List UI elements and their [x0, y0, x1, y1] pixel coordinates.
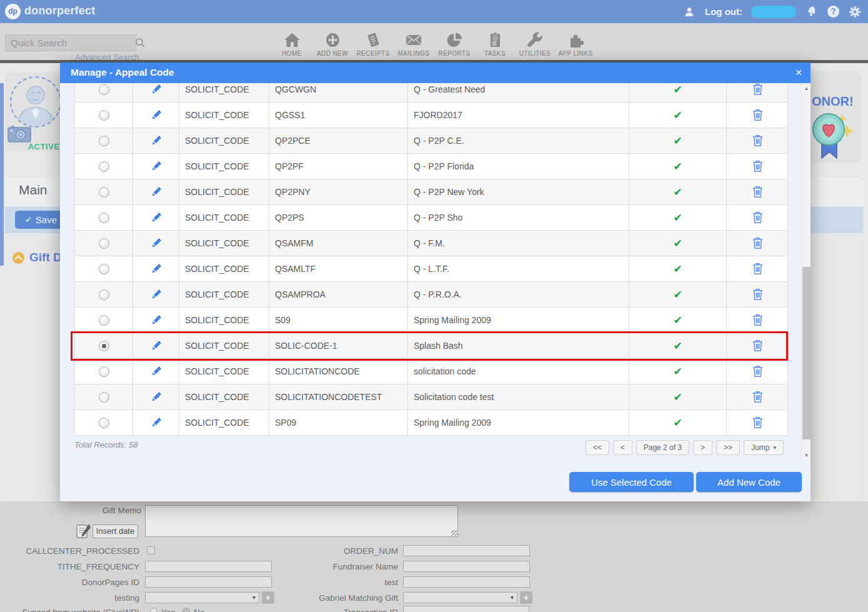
row-radio[interactable] — [99, 238, 109, 249]
search-icon[interactable] — [135, 38, 150, 48]
edit-pencil-icon[interactable] — [151, 135, 162, 146]
delete-trash-icon[interactable] — [752, 160, 764, 173]
scroll-up-icon[interactable]: ▲ — [802, 86, 811, 91]
collapse-section-icon[interactable] — [12, 252, 24, 264]
description-cell: Q - P2P New York — [408, 179, 629, 204]
gabriel-matching-gift-select[interactable]: ▾ — [403, 592, 517, 603]
delete-trash-icon[interactable] — [752, 391, 764, 403]
donorpages-id-input[interactable] — [145, 576, 272, 588]
test-input[interactable] — [403, 576, 530, 588]
radio-cell — [75, 384, 133, 409]
delete-trash-icon[interactable] — [752, 109, 764, 121]
row-radio[interactable] — [99, 187, 109, 198]
nav-home[interactable]: HOME — [271, 32, 312, 57]
row-radio[interactable] — [99, 418, 109, 428]
insert-date-button[interactable]: Insert date — [92, 524, 138, 538]
row-radio[interactable] — [99, 84, 109, 95]
quick-search-input[interactable] — [6, 38, 135, 48]
avatar[interactable] — [10, 76, 61, 128]
row-radio[interactable] — [99, 315, 109, 326]
edit-pencil-icon[interactable] — [151, 340, 162, 351]
testing-select[interactable]: ▾ — [145, 592, 259, 603]
edit-pencil-icon[interactable] — [151, 366, 162, 377]
close-icon[interactable]: ✕ — [795, 68, 802, 78]
help-icon[interactable]: ? — [827, 6, 839, 18]
row-radio[interactable] — [99, 289, 109, 300]
logged-in-user-pill[interactable] — [751, 6, 796, 18]
edit-pencil-icon[interactable] — [151, 391, 162, 403]
jump-dropdown[interactable]: Jump ▾ — [744, 440, 784, 455]
prev-page-button[interactable]: < — [613, 440, 632, 455]
callcenter-processed-checkbox[interactable] — [147, 546, 155, 554]
delete-trash-icon[interactable] — [752, 288, 764, 301]
delete-trash-icon[interactable] — [752, 186, 764, 198]
radio-cell — [75, 154, 133, 179]
delete-trash-icon[interactable] — [752, 365, 764, 378]
fundraiser-name-input[interactable] — [403, 561, 530, 572]
use-selected-code-button[interactable]: Use Selected Code — [569, 472, 694, 492]
delete-trash-icon[interactable] — [752, 237, 764, 249]
edit-pencil-icon[interactable] — [151, 238, 162, 249]
delete-trash-icon[interactable] — [752, 339, 764, 352]
nav-receipts[interactable]: RECEIPTS — [352, 32, 394, 57]
last-page-button[interactable]: >> — [716, 440, 740, 455]
edit-pencil-icon[interactable] — [151, 212, 162, 223]
row-radio[interactable] — [99, 136, 109, 146]
synced-no-radio[interactable] — [182, 608, 190, 612]
edit-pencil-icon[interactable] — [151, 161, 162, 172]
scroll-down-icon[interactable]: ▼ — [802, 453, 811, 458]
nav-utilities[interactable]: UTILITIES — [514, 32, 556, 57]
transaction-id-input[interactable] — [403, 606, 529, 612]
settings-gear-icon[interactable] — [848, 5, 862, 19]
row-radio[interactable] — [99, 264, 109, 274]
delete-trash-icon[interactable] — [752, 416, 764, 429]
delete-trash-icon[interactable] — [752, 211, 764, 224]
quick-search-box[interactable] — [5, 34, 136, 51]
delete-trash-icon[interactable] — [752, 314, 764, 326]
order-num-input[interactable] — [403, 545, 530, 556]
gift-memo-textarea[interactable] — [145, 505, 458, 537]
logout-label[interactable]: Log out: — [705, 6, 742, 17]
add-new-code-button[interactable]: Add New Code — [696, 472, 802, 492]
notifications-bell-icon[interactable] — [805, 5, 819, 19]
synced-yes-radio[interactable] — [150, 608, 157, 612]
edit-pencil-icon[interactable] — [151, 84, 162, 95]
scrollbar-thumb[interactable] — [802, 267, 811, 439]
row-radio[interactable] — [99, 341, 109, 351]
edit-cell — [133, 83, 179, 102]
edit-pencil-icon[interactable] — [151, 109, 162, 121]
nav-tasks[interactable]: TASKS — [474, 32, 516, 57]
tab-main[interactable]: Main — [19, 183, 47, 198]
edit-cell — [133, 410, 179, 435]
edit-note-icon[interactable] — [75, 523, 91, 539]
delete-trash-icon[interactable] — [752, 263, 764, 275]
nav-reports[interactable]: REPORTS — [434, 32, 475, 57]
delete-cell — [727, 308, 788, 333]
delete-trash-icon[interactable] — [752, 83, 764, 96]
row-radio[interactable] — [99, 392, 109, 403]
table-row: SOLICIT_CODESOLICITATIONCODEsolicitation… — [75, 359, 787, 384]
edit-pencil-icon[interactable] — [151, 263, 162, 274]
row-radio[interactable] — [99, 366, 109, 377]
edit-pencil-icon[interactable] — [151, 186, 162, 198]
save-button[interactable]: ✔ Save — [15, 211, 67, 229]
tithe-frequency-input[interactable] — [145, 561, 272, 572]
testing-add-button[interactable]: + — [262, 591, 274, 604]
edit-pencil-icon[interactable] — [151, 314, 162, 326]
row-radio[interactable] — [99, 213, 109, 223]
delete-trash-icon[interactable] — [752, 134, 764, 147]
change-photo-camera-icon[interactable] — [7, 125, 31, 143]
modal-scrollbar[interactable]: ▲ ▼ — [801, 83, 811, 461]
row-radio[interactable] — [99, 161, 109, 172]
edit-pencil-icon[interactable] — [151, 289, 162, 300]
code-cell: QSAMLTF — [269, 256, 408, 281]
gabriel-matching-gift-add-button[interactable]: + — [520, 591, 532, 604]
edit-pencil-icon[interactable] — [151, 417, 162, 428]
first-page-button[interactable]: << — [586, 440, 609, 455]
nav-app-links[interactable]: APP LINKS — [555, 32, 596, 57]
nav-mailings[interactable]: MAILINGS — [393, 32, 434, 57]
delete-cell — [727, 83, 788, 102]
nav-add-new[interactable]: ADD NEW — [312, 32, 353, 57]
row-radio[interactable] — [99, 110, 109, 121]
next-page-button[interactable]: > — [693, 440, 712, 455]
